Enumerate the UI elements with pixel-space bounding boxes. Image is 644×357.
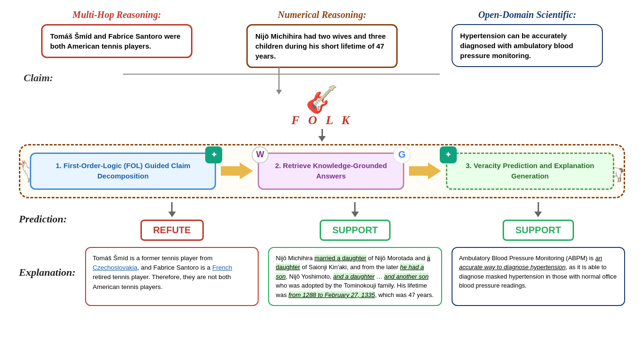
scientific-claim-box: Hypertension can be accurately diagnosed…	[452, 24, 603, 67]
numerical-claim-box: Nijō Michihira had two wives and three c…	[246, 24, 398, 68]
wiki-icon-step2: W	[252, 146, 269, 163]
arrow-1-2	[221, 162, 253, 179]
guitar-icon: 🎸	[305, 86, 338, 112]
explanation-label: Explanation:	[19, 266, 85, 279]
step2-label: 2. Retrieve Knowledge-Grounded Answers	[275, 162, 387, 180]
multihop-claim-text: Tomáš Šmíd and Fabrice Santoro were both…	[50, 32, 181, 50]
numerical-claim-text: Nijō Michihira had two wives and three c…	[255, 32, 386, 60]
pipeline-container: 🦙 🦙 ✦ 1. First-Order-Logic (FOL) Guided …	[19, 144, 625, 198]
dates-link: from 1288 to February 27, 1335	[288, 291, 375, 298]
step3-box: ✦ 3. Veracity Prediction and Explanation…	[446, 153, 614, 190]
scientific-claim-text: Hypertension can be accurately diagnosed…	[460, 32, 573, 60]
col2-down-arrow	[351, 202, 359, 217]
explanation-box-3: Ambulatory Blood Pressure Monitoring (AB…	[452, 247, 625, 306]
another-son-link: and another son	[384, 273, 428, 280]
scientific-title: Open-Domain Scientific:	[478, 9, 576, 20]
explanation-box-2: Nijō Michihira married a daughter of Nij…	[268, 247, 442, 306]
step1-box: ✦ 1. First-Order-Logic (FOL) Guided Clai…	[30, 153, 216, 190]
pipeline-step-1: ✦ 1. First-Order-Logic (FOL) Guided Clai…	[30, 153, 216, 190]
czechoslovakia-link: Czechoslovakia	[93, 264, 138, 271]
support1-verdict: SUPPORT	[320, 220, 391, 241]
and-a-daughter-link: and a daughter	[333, 273, 374, 280]
step1-label: 1. First-Order-Logic (FOL) Guided Claim …	[56, 162, 191, 180]
folk-logo: F O L K	[291, 113, 352, 128]
married-daughter-link: married a daughter	[314, 255, 366, 262]
multihop-claim-item: Multi-Hop Reasoning: Tomáš Šmíd and Fabr…	[18, 9, 216, 68]
pipeline-step-3: ✦ 3. Veracity Prediction and Explanation…	[446, 153, 614, 190]
multihop-title: Multi-Hop Reasoning:	[72, 9, 161, 20]
gpt-icon-step3: ✦	[440, 146, 457, 163]
french-link: French	[212, 264, 232, 271]
explanation-box-1: Tomáš Šmíd is a former tennis player fro…	[85, 247, 259, 306]
claim-header-row: Multi-Hop Reasoning: Tomáš Šmíd and Fabr…	[9, 9, 635, 68]
labels-column: Prediction: Explanation:	[19, 202, 85, 306]
google-icon-step2: G	[393, 146, 410, 166]
folk-down-arrow	[318, 129, 326, 142]
arrow-2-3	[409, 162, 441, 179]
gpt-icon-step1: ✦	[205, 146, 222, 163]
prediction-label: Prediction:	[19, 213, 85, 225]
scientific-claim-item: Open-Domain Scientific: Hypertension can…	[429, 9, 626, 68]
claim-label-row: Claim:	[9, 72, 635, 84]
pipeline-steps: ✦ 1. First-Order-Logic (FOL) Guided Clai…	[30, 153, 614, 190]
pred-expl-columns: REFUTE Tomáš Šmíd is a former tennis pla…	[85, 202, 625, 306]
accurate-way-link: an accurate way to diagnose hypertension	[459, 255, 602, 271]
col1-down-arrow	[168, 202, 176, 217]
multihop-claim-box: Tomáš Šmíd and Fabrice Santoro were both…	[41, 24, 192, 58]
refute-verdict: REFUTE	[140, 220, 204, 241]
numerical-title: Numerical Reasoning:	[278, 9, 366, 20]
svg-text:G: G	[398, 149, 406, 160]
step2-box: W G 2. Retrieve Knowledge-Grounded Answe…	[258, 153, 404, 190]
support2-verdict: SUPPORT	[503, 220, 574, 241]
svg-marker-5	[276, 90, 282, 94]
col3: SUPPORT Ambulatory Blood Pressure Monito…	[452, 202, 625, 306]
numerical-claim-item: Numerical Reasoning: Nijō Michihira had …	[224, 9, 421, 68]
step3-label: 3. Veracity Prediction and Explanation G…	[466, 162, 594, 180]
col3-down-arrow	[534, 202, 542, 217]
prediction-explanation-section: Prediction: Explanation: REFUTE Tomáš Šm…	[9, 202, 635, 306]
pipeline-step-2: W G 2. Retrieve Knowledge-Grounded Answe…	[258, 153, 404, 190]
col1: REFUTE Tomáš Šmíd is a former tennis pla…	[85, 202, 259, 306]
col2: SUPPORT Nijō Michihira married a daughte…	[268, 202, 442, 306]
main-container: Multi-Hop Reasoning: Tomáš Šmíd and Fabr…	[0, 0, 644, 357]
